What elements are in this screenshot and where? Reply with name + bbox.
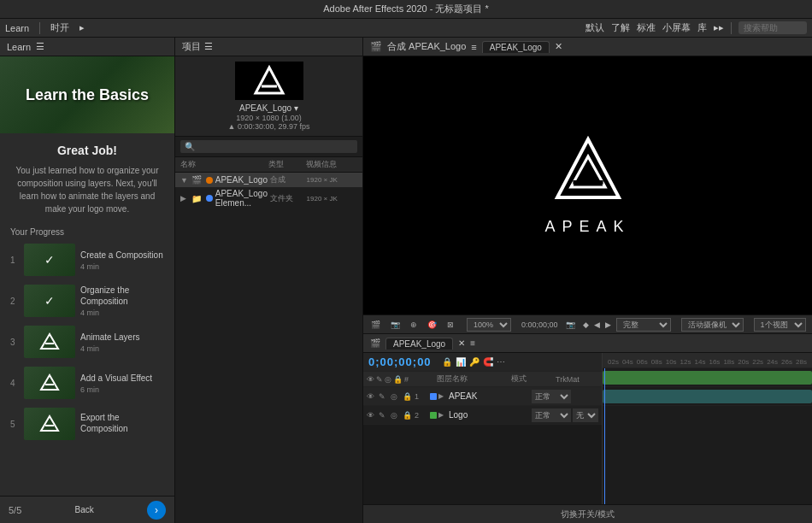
preview-info: APEAK_Logo ▾ 1920 × 1080 (1.00) ▲ 0:00:3… — [228, 103, 310, 131]
quality-select[interactable]: 完整 半 三分之一 — [616, 318, 671, 332]
playhead[interactable] — [604, 368, 605, 504]
file-item-2[interactable]: ▶ 📁 APEAK_Logo Elemen... 文件夹 1920 × JK — [175, 187, 362, 209]
menu-play-btn[interactable]: ▸ — [79, 22, 85, 33]
col-info-header: 视频信息 — [306, 159, 357, 170]
ruler-14s: 14s — [693, 358, 708, 366]
progress-item-5[interactable]: 5 Export the Composition — [10, 408, 164, 440]
menu-item-shikaui[interactable]: 时开 — [50, 21, 69, 34]
layer-1-expand[interactable]: ▶ — [438, 392, 447, 400]
camera-icon-btn[interactable]: 📷 — [563, 320, 578, 330]
animate-layers-thumb-icon — [39, 332, 60, 352]
tl-btn-key[interactable]: 🔑 — [469, 357, 480, 367]
ctrl-btn-3[interactable]: ⊕ — [408, 320, 420, 330]
menu-learn[interactable]: 了解 — [611, 21, 630, 34]
ruler-12s: 12s — [679, 358, 693, 366]
menu-small-screen[interactable]: 小屏幕 — [662, 21, 691, 34]
main-area: Learn ☰ Learn the Basics Great Job! You … — [0, 38, 812, 523]
progress-item-2[interactable]: 2 ✓ Organize the Composition 4 min — [10, 285, 164, 317]
preview-dimensions: 1920 × 1080 (1.00) — [228, 114, 310, 122]
layer-1-eye[interactable]: 👁 — [367, 392, 377, 401]
menu-item-learn[interactable]: Learn — [5, 23, 29, 33]
layer-1-mode[interactable]: 正常 — [532, 390, 571, 403]
progress-counter: 5/5 — [9, 505, 21, 515]
layer-row-2[interactable]: 👁 ✎ ◎ 🔒 2 ▶ Logo 正常 无 — [363, 406, 602, 425]
expand-arrow-2: ▶ — [180, 194, 189, 203]
tl-btn-lock[interactable]: 🔒 — [442, 357, 452, 367]
layer-2-eye[interactable]: 👁 — [367, 411, 377, 420]
ctrl-arrow-right[interactable]: ▶ — [605, 320, 611, 329]
tl-btn-more[interactable]: ⋯ — [497, 357, 505, 367]
comp-tab[interactable]: APEAK_Logo — [482, 41, 550, 53]
ctrl-btn-2[interactable]: 📷 — [388, 320, 403, 330]
menu-bar-right: 默认 了解 标准 小屏幕 库 ▸▸ — [585, 21, 807, 34]
great-job-title: Great Job! — [10, 144, 164, 157]
back-button[interactable]: Back — [75, 505, 94, 514]
track-lane-2 — [603, 387, 812, 406]
track-area[interactable] — [603, 368, 812, 504]
layer-2-solo[interactable]: ◎ — [391, 411, 401, 420]
zoom-select[interactable]: 100% 50% 200% — [467, 318, 511, 332]
progress-time-1: 4 min — [80, 262, 164, 271]
help-search-input[interactable] — [738, 21, 807, 34]
progress-title-5: Export the Composition — [80, 412, 164, 434]
layer-1-lock[interactable]: 🔒 — [403, 392, 413, 401]
progress-thumb-1: ✓ — [24, 244, 75, 276]
next-button[interactable]: › — [147, 501, 166, 520]
layer-header-icons: 👁 ✎ ◎ 🔒 — [367, 375, 403, 384]
project-search-input[interactable] — [180, 140, 357, 153]
layer-1-color — [430, 393, 437, 400]
file-item-1[interactable]: ▼ 🎬 APEAK_Logo 合成 1920 × JK — [175, 173, 362, 187]
ruler-22s: 22s — [750, 358, 765, 366]
ctrl-btn-5[interactable]: ⊠ — [444, 320, 456, 330]
lh-name-header: 图层名称 — [437, 373, 509, 385]
ctrl-btn-4[interactable]: 🎯 — [425, 320, 439, 330]
preview-name: APEAK_Logo ▾ — [228, 103, 310, 113]
comp-panel: 🎬 合成 APEAK_Logo ≡ APEAK_Logo ✕ — [363, 38, 812, 333]
ruler-26s: 26s — [780, 358, 794, 366]
menu-library[interactable]: 库 — [697, 21, 707, 34]
layer-1-edit[interactable]: ✎ — [379, 392, 389, 401]
project-preview: APEAK_Logo ▾ 1920 × 1080 (1.00) ▲ 0:00:3… — [175, 56, 362, 137]
progress-item-4[interactable]: 4 Add a Visual Effect 6 min — [10, 367, 164, 399]
comp-header-sep: ≡ — [471, 42, 476, 52]
menu-standard[interactable]: 标准 — [637, 21, 656, 34]
view-select[interactable]: 1个视图 — [754, 318, 806, 332]
layer-2-lock[interactable]: 🔒 — [403, 411, 413, 420]
timeline-tab-close[interactable]: ✕ — [458, 338, 465, 348]
progress-title-1: Create a Composition — [80, 250, 164, 261]
tl-btn-snap[interactable]: 🧲 — [483, 357, 493, 367]
progress-item-3[interactable]: 3 Animate Layers 4 min — [10, 326, 164, 358]
layer-2-edit[interactable]: ✎ — [379, 411, 389, 420]
timeline-tab[interactable]: APEAK_Logo — [385, 338, 453, 350]
progress-label: Your Progress — [10, 227, 164, 237]
timeline-icon: 🎬 — [370, 338, 380, 348]
layer-2-expand[interactable]: ▶ — [438, 411, 447, 419]
learn-hero: Learn the Basics — [0, 56, 174, 133]
project-panel: 项目 ☰ APEAK_Logo ▾ 1920 × 1080 (1.00) ▲ 0… — [175, 38, 362, 523]
ctrl-btn-1[interactable]: 🎬 — [368, 320, 383, 330]
svg-marker-4 — [41, 416, 58, 431]
layer-2-mode[interactable]: 正常 — [532, 408, 571, 422]
menu-more[interactable]: ▸▸ — [714, 22, 724, 33]
camera-select[interactable]: 活动摄像机 — [681, 318, 744, 332]
lh-icon-edit: ✎ — [376, 375, 383, 384]
check-icon-1: ✓ — [44, 253, 55, 267]
panel-menu-icon[interactable]: ☰ — [36, 41, 44, 52]
progress-thumb-5 — [24, 408, 75, 440]
apeak-logo-svg — [554, 136, 622, 204]
progress-info-5: Export the Composition — [80, 412, 164, 436]
layer-row-1[interactable]: 👁 ✎ ◎ 🔒 1 ▶ APEAK 正常 — [363, 387, 602, 406]
progress-thumb-4 — [24, 367, 75, 399]
menu-default[interactable]: 默认 — [585, 21, 604, 34]
progress-num-1: 1 — [10, 256, 19, 265]
panel-header-icon: ☰ — [204, 41, 213, 52]
ruler-28s: 28s — [794, 358, 809, 366]
bottom-bar-label: 切换开关/模式 — [561, 508, 615, 520]
layer-2-trkmat[interactable]: 无 — [573, 408, 598, 422]
tl-btn-graph[interactable]: 📊 — [456, 357, 466, 367]
comp-tab-close[interactable]: ✕ — [555, 41, 562, 52]
ctrl-arrow-left[interactable]: ◀ — [594, 320, 600, 329]
progress-item-1[interactable]: 1 ✓ Create a Composition 4 min — [10, 244, 164, 276]
layer-1-solo[interactable]: ◎ — [391, 392, 401, 401]
progress-thumb-2: ✓ — [24, 285, 75, 317]
